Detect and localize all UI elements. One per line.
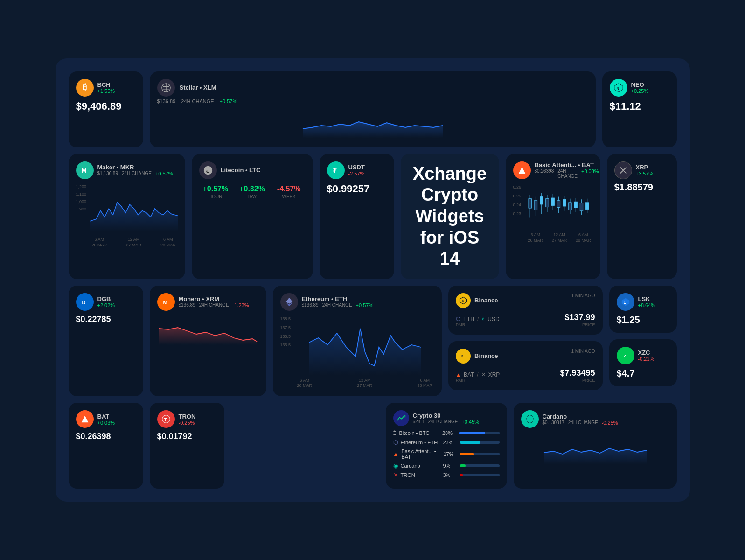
svg-rect-22	[551, 198, 554, 205]
binance1-card: B Binance 1 MIN AGO ⬡ ETH / ₮ USDT	[448, 286, 603, 335]
maker-x2: 12 AM27 MAR	[126, 237, 141, 248]
bat-chart-change-label: 24H CHANGE	[557, 168, 578, 179]
crypto30-change: +0.45%	[461, 419, 479, 425]
stellar-card: Stellar • XLM $136.89 24H CHANGE +0.57%	[150, 71, 596, 147]
eth-icon	[280, 293, 298, 311]
monero-chart	[157, 315, 259, 345]
cardano-price: $0.130317	[543, 420, 564, 426]
binance2-price: $7.93495	[560, 368, 595, 378]
crypto30-item-3: ▲ Basic Attent... • BAT 17%	[393, 448, 500, 460]
svg-marker-12	[518, 167, 525, 174]
bat-small-card: BAT +0.03% $0.26398	[69, 403, 143, 489]
usdt-change: -2.57%	[348, 171, 365, 176]
binance1-ago: 1 MIN AGO	[571, 293, 595, 298]
neo-price: $11.12	[610, 100, 669, 112]
binance2-pair-right: XRP	[488, 371, 500, 378]
svg-point-53	[529, 415, 530, 416]
usdt-name: USDT	[348, 164, 365, 171]
ltc-week-box: -4.57% WEEK	[272, 185, 306, 199]
binance2-pair: ▲ BAT / ✕ XRP	[456, 371, 500, 378]
eth-change: +0.57%	[356, 302, 374, 308]
maker-change-label: 24H CHANGE	[122, 171, 152, 176]
xrp-price: $1.88579	[614, 182, 669, 193]
xzc-price: $4.7	[617, 368, 669, 379]
eth-change-label: 24H CHANGE	[322, 302, 352, 308]
svg-marker-38	[285, 298, 292, 304]
crypto30-card: Crypto 30 628.1 24H CHANGE +0.45% ₿ Bitc…	[386, 403, 507, 489]
maker-icon: M	[76, 161, 94, 179]
crypto30-item-4: ◉ Cardano 9%	[393, 462, 500, 469]
bat-chart-change: +0.03%	[581, 168, 599, 179]
litecoin-card: Ł Litecoin • LTC +0.57% HOUR +0.32% DAY …	[192, 154, 313, 279]
ltc-week-change: -4.57%	[272, 185, 306, 193]
monero-change: -1.23%	[233, 302, 249, 308]
cardano-icon	[521, 410, 539, 428]
dgb-card: D DGB +2.02% $0.22785	[69, 286, 143, 396]
cardano-name: Cardano	[543, 413, 618, 420]
stellar-chart	[157, 108, 588, 138]
maker-y2: 1,000	[76, 198, 87, 205]
bat-small-price: $0.26398	[76, 432, 136, 441]
crypto30-change-label: 24H CHANGE	[428, 419, 458, 425]
binance1-price-label: PRICE	[564, 322, 595, 327]
tron-icon: T	[157, 410, 175, 428]
eth-chart	[295, 315, 435, 375]
xrp-name: XRP	[636, 164, 654, 171]
svg-text:T: T	[164, 417, 167, 422]
lsk-name: LSK	[638, 295, 656, 302]
lsk-change: +8.64%	[638, 302, 656, 308]
cardano-change-label: 24H CHANGE	[568, 420, 598, 426]
svg-text:L: L	[623, 300, 626, 304]
dgb-price: $0.22785	[76, 315, 136, 324]
eth-x3: 6 AM28 MAR	[417, 378, 432, 389]
svg-marker-37	[159, 328, 257, 345]
svg-rect-24	[557, 201, 560, 208]
title-card: Xchange Crypto Widgets for iOS 14	[401, 154, 499, 279]
stellar-icon	[157, 79, 175, 97]
svg-point-58	[532, 420, 534, 421]
crypto30-item-5: ✕ TRON 3%	[393, 472, 500, 478]
crypto30-item-2: ⬡ Ethereum • ETH 23%	[393, 439, 500, 446]
ltc-day-box: +0.32% DAY	[236, 185, 269, 199]
binance1-pair: ⬡ ETH / ₮ USDT	[456, 316, 503, 322]
svg-marker-8	[90, 202, 178, 231]
tron-card: T TRON -0.25% $0.01792	[150, 403, 224, 489]
xrp-icon	[614, 161, 632, 179]
binance1-label: Binance	[474, 297, 498, 304]
dashboard: ₿ BCH +1.55% $9,406.89 Stellar • XLM $13…	[56, 58, 690, 502]
svg-text:Z: Z	[623, 353, 626, 358]
monero-price: $136.89	[179, 302, 195, 308]
ltc-hour-box: +0.57% HOUR	[199, 185, 232, 199]
bat-y4: 0.26	[513, 183, 522, 192]
svg-rect-32	[580, 203, 583, 210]
neo-card: N NEO +0.25% $11.12	[602, 71, 677, 147]
svg-marker-59	[544, 448, 647, 464]
binance1-pair-left: ETH	[463, 316, 474, 322]
xrp-change: +3.57%	[636, 171, 654, 176]
neo-name: NEO	[631, 81, 649, 88]
binance2-label: Binance	[474, 352, 498, 359]
svg-rect-34	[585, 203, 589, 210]
svg-rect-16	[534, 201, 537, 210]
binance2-card: B Binance 1 MIN AGO ▲ BAT / ✕ XRP	[448, 341, 603, 390]
lsk-icon: L	[617, 293, 634, 311]
crypto30-item-1: ₿ Bitcoin • BTC 28%	[393, 430, 500, 436]
bat-small-change: +0.03%	[97, 420, 115, 426]
binance1-pair-label: PAIR	[456, 322, 503, 327]
bch-card: ₿ BCH +1.55% $9,406.89	[69, 71, 143, 147]
tron-name: TRON	[179, 413, 196, 420]
binance2-pair-left: BAT	[464, 371, 474, 378]
neo-icon: N	[610, 79, 627, 97]
svg-rect-30	[574, 202, 577, 208]
binance2-pair-label: PAIR	[456, 378, 500, 383]
svg-marker-48	[81, 416, 88, 423]
svg-point-55	[526, 417, 527, 418]
stellar-price: $136.89	[157, 98, 176, 104]
crypto30-icon	[393, 410, 409, 426]
monero-icon: M	[157, 293, 175, 311]
svg-text:Ł: Ł	[206, 168, 209, 173]
cardano-card: Cardano $0.130317 24H CHANGE -0.25%	[514, 403, 677, 489]
ltc-icon: Ł	[199, 161, 217, 179]
binance1-pair-right: USDT	[487, 316, 503, 322]
dgb-change: +2.02%	[97, 302, 115, 308]
